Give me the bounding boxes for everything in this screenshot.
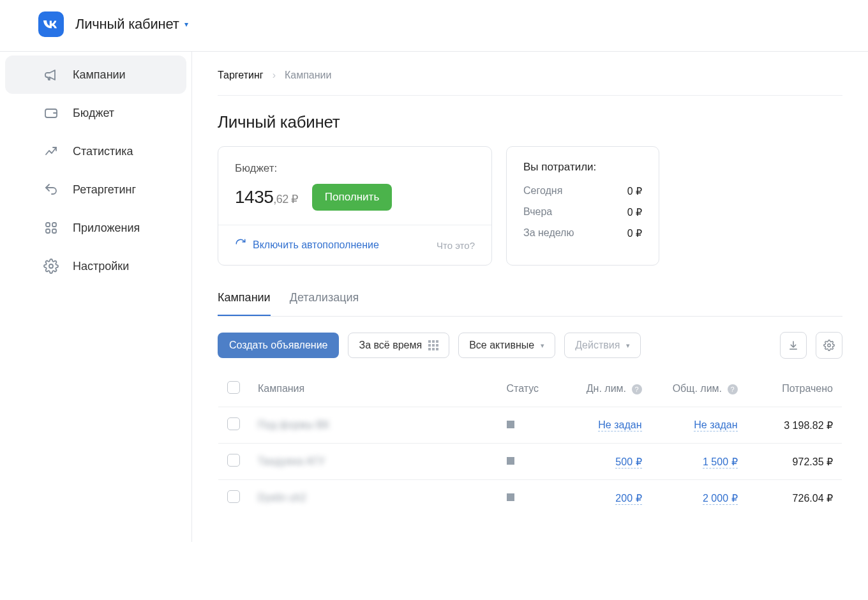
status-filter-label: Все активные [469, 340, 534, 351]
status-square-icon [507, 493, 514, 501]
spent-title: Вы потратили: [523, 161, 642, 174]
total-limit-value[interactable]: Не задан [694, 419, 737, 431]
date-range-button[interactable]: За всё время [348, 333, 449, 358]
main-content: Таргетинг › Кампании Личный кабинет Бюдж… [191, 52, 868, 542]
create-ad-button[interactable]: Создать объявление [218, 333, 339, 358]
auto-topup-link[interactable]: Включить автопополнение [235, 238, 379, 252]
table-toolbar: Создать объявление За всё время Все акти… [218, 332, 842, 359]
daily-limit-value[interactable]: 200 ₽ [615, 493, 641, 505]
spent-row-today: Сегодня 0 ₽ [523, 185, 642, 197]
breadcrumb-leaf: Кампании [285, 70, 332, 81]
status-square-icon [507, 457, 514, 465]
account-title: Личный кабинет [75, 16, 179, 33]
megaphone-icon [43, 67, 59, 82]
topup-button[interactable]: Пополнить [312, 184, 392, 211]
trend-icon [43, 144, 59, 159]
row-checkbox[interactable] [227, 417, 240, 430]
table-row[interactable]: Dyelin uh2 200 ₽ 2 000 ₽ 726.04 ₽ [218, 480, 842, 516]
spent-val: 0 ₽ [627, 185, 642, 197]
actions-button[interactable]: Действия ▾ [564, 333, 641, 358]
vk-logo [38, 11, 64, 37]
chevron-right-icon: › [273, 70, 276, 81]
spent-key: Сегодня [523, 185, 562, 197]
sidebar-item-stats[interactable]: Статистика [5, 132, 186, 170]
budget-card: Бюджет: 1435,62 ₽ Пополнить [218, 146, 492, 266]
campaign-name[interactable]: Под формы ВК [258, 419, 329, 430]
campaigns-table: Кампания Статус Дн. лим. ? Общ. лим. ? П… [218, 370, 842, 516]
page-title: Личный кабинет [218, 112, 842, 132]
campaign-name[interactable]: Тандуина АГУ [258, 456, 325, 467]
row-checkbox[interactable] [227, 454, 240, 467]
spent-value: 3 198.82 ₽ [747, 407, 842, 444]
sidebar-item-apps[interactable]: Приложения [5, 209, 186, 247]
daily-limit-value[interactable]: Не задан [598, 419, 641, 431]
table-settings-button[interactable] [816, 332, 842, 359]
actions-label: Действия [575, 340, 620, 351]
budget-amount-int: 1435 [235, 187, 273, 207]
account-switcher[interactable]: Личный кабинет ▾ [75, 16, 188, 33]
calendar-grid-icon [428, 340, 438, 350]
svg-point-6 [49, 264, 53, 268]
select-all-checkbox[interactable] [227, 381, 240, 394]
spent-value: 972.35 ₽ [747, 444, 842, 480]
chevron-down-icon: ▾ [184, 20, 188, 29]
th-status[interactable]: Статус [498, 371, 555, 407]
svg-point-7 [828, 344, 831, 347]
svg-rect-4 [46, 229, 50, 233]
total-limit-value[interactable]: 1 500 ₽ [703, 456, 737, 469]
table-row[interactable]: Тандуина АГУ 500 ₽ 1 500 ₽ 972.35 ₽ [218, 444, 842, 480]
breadcrumb: Таргетинг › Кампании [218, 70, 842, 96]
help-icon[interactable]: ? [728, 384, 738, 394]
wallet-icon [43, 105, 59, 121]
th-daily-limit[interactable]: Дн. лим. ? [555, 371, 651, 407]
sidebar-item-settings[interactable]: Настройки [5, 247, 186, 285]
auto-topup-text: Включить автопополнение [253, 239, 379, 251]
spent-row-week: За неделю 0 ₽ [523, 227, 642, 239]
total-limit-value[interactable]: 2 000 ₽ [703, 493, 737, 505]
chevron-down-icon: ▾ [626, 341, 630, 350]
th-campaign[interactable]: Кампания [249, 371, 498, 407]
svg-rect-2 [46, 223, 50, 227]
sidebar-item-label: Бюджет [73, 107, 114, 120]
what-is-this-link[interactable]: Что это? [437, 240, 475, 251]
th-spent[interactable]: Потрачено [747, 371, 842, 407]
campaign-name[interactable]: Dyelin uh2 [258, 492, 306, 503]
spent-value: 726.04 ₽ [747, 480, 842, 516]
spent-val: 0 ₽ [627, 206, 642, 218]
back-arrow-icon [43, 182, 59, 197]
spent-row-yesterday: Вчера 0 ₽ [523, 206, 642, 218]
sidebar-item-label: Ретаргетинг [73, 183, 136, 197]
sidebar-item-label: Настройки [73, 260, 129, 273]
tabs: Кампании Детализация [218, 289, 842, 317]
budget-amount: 1435,62 ₽ [235, 187, 298, 207]
sidebar-item-label: Кампании [73, 68, 126, 82]
daily-limit-value[interactable]: 500 ₽ [615, 456, 641, 469]
chevron-down-icon: ▾ [541, 341, 544, 350]
tab-details[interactable]: Детализация [290, 289, 359, 316]
tab-campaigns[interactable]: Кампании [218, 289, 271, 316]
help-icon[interactable]: ? [632, 384, 642, 394]
gear-icon [43, 259, 59, 274]
sidebar-item-label: Статистика [73, 145, 133, 158]
th-total-limit[interactable]: Общ. лим. ? [651, 371, 747, 407]
spent-key: Вчера [523, 206, 552, 218]
sidebar-item-retarget[interactable]: Ретаргетинг [5, 170, 186, 209]
apps-grid-icon [43, 220, 59, 236]
spent-key: За неделю [523, 227, 574, 239]
svg-rect-5 [52, 229, 56, 233]
sidebar-item-campaigns[interactable]: Кампании [5, 56, 186, 94]
sidebar-item-label: Приложения [73, 221, 140, 235]
budget-amount-cents: ,62 ₽ [273, 193, 298, 206]
svg-rect-3 [52, 223, 56, 227]
date-range-label: За всё время [359, 340, 422, 351]
breadcrumb-root[interactable]: Таргетинг [218, 70, 264, 81]
table-row[interactable]: Под формы ВК Не задан Не задан 3 198.82 … [218, 407, 842, 444]
spent-card: Вы потратили: Сегодня 0 ₽ Вчера 0 ₽ [506, 146, 659, 266]
status-filter-button[interactable]: Все активные ▾ [458, 333, 555, 358]
spent-val: 0 ₽ [627, 227, 642, 239]
row-checkbox[interactable] [227, 490, 240, 503]
sidebar-item-budget[interactable]: Бюджет [5, 94, 186, 132]
status-square-icon [507, 421, 514, 428]
download-button[interactable] [780, 332, 807, 359]
budget-label: Бюджет: [235, 162, 475, 175]
